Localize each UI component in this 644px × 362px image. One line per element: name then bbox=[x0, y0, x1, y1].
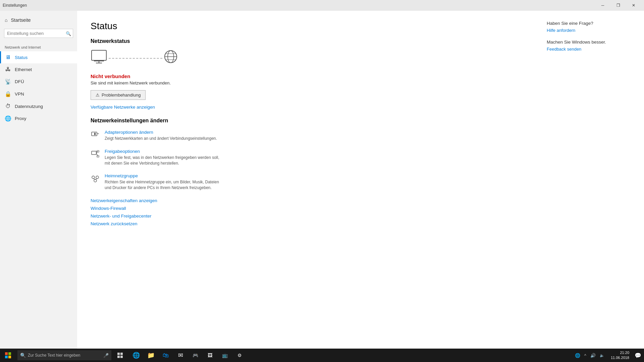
adapter-options-name[interactable]: Adapteroptionen ändern bbox=[105, 130, 217, 135]
pc-icon bbox=[91, 50, 107, 67]
svg-rect-26 bbox=[117, 353, 120, 355]
vpn-nav-icon: 🔒 bbox=[5, 91, 11, 97]
network-status-title: Netzwerkstatus bbox=[91, 38, 523, 44]
svg-rect-0 bbox=[92, 50, 106, 60]
chevron-up-icon[interactable]: ^ bbox=[583, 353, 587, 358]
globe-icon bbox=[164, 50, 178, 67]
search-input[interactable] bbox=[4, 29, 73, 38]
sidebar-item-label-proxy: Proxy bbox=[15, 116, 26, 121]
sidebar-item-label-ethernet: Ethernet bbox=[15, 67, 32, 72]
search-icon: 🔍 bbox=[66, 31, 71, 36]
sharing-icon bbox=[91, 149, 100, 160]
task-view-button[interactable] bbox=[113, 349, 127, 362]
sidebar-item-proxy[interactable]: 🌐 Proxy bbox=[0, 112, 77, 125]
taskbar-app-epic[interactable]: 🎮 bbox=[188, 349, 203, 362]
svg-rect-28 bbox=[117, 356, 120, 358]
right-panel: Haben Sie eine Frage? Hilfe anfordern Ma… bbox=[537, 11, 644, 349]
network-properties-link[interactable]: Netzwerkeigenschaften anzeigen bbox=[91, 198, 523, 203]
homegroup-name[interactable]: Heimnetzgruppe bbox=[105, 173, 225, 178]
network-sharing-center-link[interactable]: Netzwerk- und Freigabecenter bbox=[91, 214, 523, 219]
system-tray: 🌐 ^ 🔊 🔈 bbox=[571, 349, 608, 362]
dfu-nav-icon: 📡 bbox=[5, 78, 11, 85]
change-settings-title: Netzwerkeinstellungen ändern bbox=[91, 118, 523, 124]
clock-time: 21:20 bbox=[620, 350, 629, 355]
close-button[interactable]: ✕ bbox=[626, 0, 641, 11]
adapter-options-desc: Zeigt Netzwerkkarten an und ändert Verbi… bbox=[105, 136, 217, 141]
network-connection-line bbox=[109, 58, 162, 59]
taskbar: 🔍 Zur Suche Text hier eingeben 🎤 🌐 📁 🛍 ✉… bbox=[0, 349, 644, 362]
taskbar-app-settings[interactable]: ⚙ bbox=[232, 349, 247, 362]
system-clock[interactable]: 21:20 11.06.2018 bbox=[608, 350, 632, 361]
taskbar-search-icon: 🔍 bbox=[20, 353, 26, 358]
adapter-options-item: Adapteroptionen ändern Zeigt Netzwerkkar… bbox=[91, 130, 523, 141]
sidebar-item-label-data: Datennutzung bbox=[15, 104, 43, 109]
sidebar-item-dfu[interactable]: 📡 DFÜ bbox=[0, 75, 77, 88]
help-link[interactable]: Hilfe anfordern bbox=[547, 28, 634, 33]
start-button[interactable] bbox=[0, 349, 16, 362]
sidebar-item-status[interactable]: 🖥 Status bbox=[0, 51, 77, 63]
restore-button[interactable]: ❐ bbox=[610, 0, 626, 11]
sidebar-item-label-status: Status bbox=[15, 55, 28, 60]
warning-icon: ⚠ bbox=[96, 93, 100, 98]
svg-rect-22 bbox=[5, 352, 8, 355]
improve-label: Machen Sie Windows besser. bbox=[547, 40, 634, 45]
minimize-button[interactable]: ─ bbox=[595, 0, 610, 11]
svg-line-21 bbox=[95, 179, 97, 179]
status-nav-icon: 🖥 bbox=[5, 54, 11, 60]
feedback-link[interactable]: Feedback senden bbox=[547, 47, 634, 52]
taskbar-search[interactable]: 🔍 Zur Suche Text hier eingeben 🎤 bbox=[17, 350, 111, 360]
taskbar-app-explorer[interactable]: 📁 bbox=[144, 349, 158, 362]
network-tray-icon[interactable]: 🌐 bbox=[574, 353, 581, 358]
sharing-options-name[interactable]: Freigabeoptionen bbox=[105, 149, 225, 154]
sidebar-item-data[interactable]: ⏱ Datennutzung bbox=[0, 100, 77, 112]
sidebar-item-vpn[interactable]: 🔒 VPN bbox=[0, 88, 77, 100]
sharing-options-desc: Legen Sie fest, was in den Netzwerken fr… bbox=[105, 155, 225, 166]
svg-rect-23 bbox=[8, 352, 11, 355]
taskbar-app-store[interactable]: 🛍 bbox=[158, 349, 173, 362]
adapter-icon bbox=[91, 130, 100, 141]
windows-firewall-link[interactable]: Windows-Firewall bbox=[91, 206, 523, 211]
main-panel: Status Netzwerkstatus bbox=[77, 11, 537, 349]
help-question-label: Haben Sie eine Frage? bbox=[547, 21, 634, 26]
svg-point-17 bbox=[92, 176, 95, 179]
troubleshoot-button[interactable]: ⚠ Problembehandlung bbox=[91, 90, 146, 100]
svg-rect-24 bbox=[5, 356, 8, 358]
home-label: Startseite bbox=[11, 17, 31, 23]
svg-rect-27 bbox=[120, 353, 123, 355]
home-icon: ⌂ bbox=[5, 17, 7, 23]
homegroup-desc: Richten Sie eine Heimnetzgruppe ein, um … bbox=[105, 179, 225, 191]
sidebar-section-label: Netzwerk und Internet bbox=[0, 41, 77, 51]
sidebar-item-ethernet[interactable]: 🖧 Ethernet bbox=[0, 63, 77, 75]
sidebar-home-button[interactable]: ⌂ Startseite bbox=[0, 14, 77, 26]
taskbar-app-photos[interactable]: 🖼 bbox=[203, 349, 217, 362]
available-networks-link[interactable]: Verfügbare Netzwerke anzeigen bbox=[91, 105, 523, 110]
network-reset-link[interactable]: Netzwerk zurücksetzen bbox=[91, 221, 523, 226]
volume-icon[interactable]: 🔈 bbox=[599, 353, 605, 358]
network-diagram bbox=[91, 50, 523, 67]
speaker-icon[interactable]: 🔊 bbox=[589, 353, 597, 358]
troubleshoot-label: Problembehandlung bbox=[102, 93, 141, 98]
ethernet-nav-icon: 🖧 bbox=[5, 66, 11, 72]
notification-button[interactable]: 💬 bbox=[632, 349, 644, 362]
app-body: ⌂ Startseite 🔍 Netzwerk und Internet 🖥 S… bbox=[0, 11, 644, 349]
svg-point-19 bbox=[94, 179, 97, 182]
data-nav-icon: ⏱ bbox=[5, 103, 11, 109]
proxy-nav-icon: 🌐 bbox=[5, 115, 11, 122]
taskbar-app-mail[interactable]: ✉ bbox=[173, 349, 188, 362]
homegroup-icon bbox=[91, 174, 100, 185]
app-title: Einstellungen bbox=[3, 3, 27, 8]
svg-rect-12 bbox=[92, 151, 96, 155]
status-badge: Nicht verbunden bbox=[91, 73, 523, 79]
svg-rect-25 bbox=[8, 356, 11, 358]
svg-point-18 bbox=[96, 176, 99, 179]
status-description: Sie sind mit keinem Netzwerk verbunden. bbox=[91, 80, 523, 85]
sidebar: ⌂ Startseite 🔍 Netzwerk und Internet 🖥 S… bbox=[0, 11, 77, 349]
sidebar-item-label-dfu: DFÜ bbox=[15, 79, 24, 84]
microphone-icon: 🎤 bbox=[103, 353, 109, 358]
page-title: Status bbox=[91, 21, 523, 32]
taskbar-app-edge[interactable]: 🌐 bbox=[129, 349, 144, 362]
title-bar: Einstellungen ─ ❐ ✕ bbox=[0, 0, 644, 11]
taskbar-app-movies[interactable]: 📺 bbox=[217, 349, 232, 362]
window-controls: ─ ❐ ✕ bbox=[595, 0, 641, 11]
sidebar-item-label-vpn: VPN bbox=[15, 92, 24, 97]
